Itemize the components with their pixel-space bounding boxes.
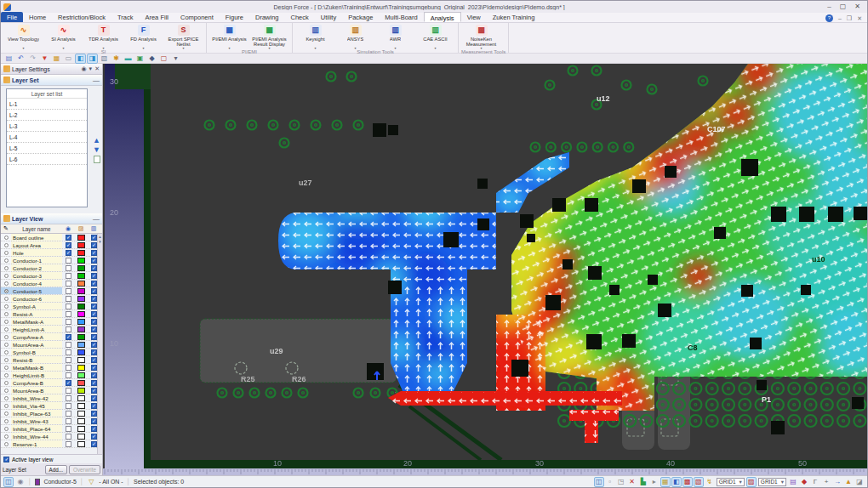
layer-row-board-outline[interactable]: Board outline: [1, 234, 102, 241]
layer-row-conductor-2[interactable]: Conductor-2: [1, 264, 102, 272]
layer-row-comparea-a[interactable]: CompArea-A: [1, 333, 102, 341]
zoom-window-icon[interactable]: ◧: [76, 54, 85, 63]
layer-name[interactable]: Inhibit_Wire-44: [11, 433, 62, 440]
layer-view-header[interactable]: Layer View —: [1, 213, 102, 224]
view-mode-icon[interactable]: ◫: [595, 478, 603, 486]
layer-name[interactable]: MountArea-B: [11, 387, 62, 394]
panel-close-icon[interactable]: ✕: [94, 65, 100, 72]
pi-emi-result-button[interactable]: ▦PI/EMI Analysis Result Display▾: [249, 24, 289, 49]
layer-row-inhibit-place-64[interactable]: Inhibit_Place-64: [1, 425, 102, 433]
layer-row-heightlimit-b[interactable]: HeightLimit-B: [1, 372, 102, 379]
layer-row-conductor-3[interactable]: Conductor-3: [1, 272, 102, 280]
layer-row-symbol-b[interactable]: Symbol-B: [1, 349, 102, 356]
component-icon[interactable]: ▙: [639, 478, 648, 486]
delete-icon[interactable]: ✕: [628, 478, 637, 486]
layer-name[interactable]: Symbol-B: [11, 349, 62, 355]
layer-row-inhibit-wire-44[interactable]: Inhibit_Wire-44: [1, 433, 102, 440]
clip-icon[interactable]: ◪: [855, 478, 864, 486]
pair-view-icon[interactable]: ◧: [672, 478, 681, 486]
layer-name[interactable]: MetalMask-A: [11, 318, 62, 325]
layer-name[interactable]: Conductor-3: [11, 272, 62, 279]
pi-emi-analysis-button[interactable]: ▦PI/EMI Analysis▾: [209, 24, 249, 49]
layer-set-item[interactable]: L-1: [7, 99, 87, 110]
layer-row-symbol-a[interactable]: Symbol-A: [1, 303, 102, 310]
panel-help-icon[interactable]: ◉: [82, 65, 87, 72]
select-mode-icon[interactable]: ▧: [100, 54, 109, 63]
undo-icon[interactable]: ↶: [16, 54, 26, 63]
layer-name[interactable]: Board outline: [11, 234, 62, 241]
active-layer-name[interactable]: Conductor-5: [43, 479, 77, 485]
layer-name[interactable]: Symbol-A: [11, 303, 62, 309]
filter-icon[interactable]: ▽: [87, 478, 95, 486]
layer-row-layout-area[interactable]: Layout Area: [1, 241, 102, 249]
layer-row-resist-a[interactable]: Resist-A: [1, 310, 102, 318]
ansys-button[interactable]: ▥ANSYS▾: [335, 24, 375, 49]
net-highlight-icon[interactable]: ▧: [694, 478, 703, 486]
layer-filter-state[interactable]: - All ON -: [99, 479, 123, 485]
view-topology-button[interactable]: ∿View Topology▾: [3, 24, 43, 49]
highlight-icon[interactable]: ▩: [683, 478, 692, 486]
layer-set-item[interactable]: L-2: [7, 110, 87, 121]
layer-row-resist-b[interactable]: Resist-B: [1, 356, 102, 364]
export-spice-netlist-button[interactable]: SExport SPICE Netlist▾: [163, 24, 203, 49]
layer-set-item[interactable]: L-3: [7, 121, 87, 132]
layer-row-heightlimit-a[interactable]: HeightLimit-A: [1, 326, 102, 333]
origin-icon[interactable]: Γ: [811, 478, 819, 486]
tab-file[interactable]: File: [1, 12, 23, 22]
layer-row-inhibit-via-45[interactable]: Inhibit_Via-45: [1, 402, 102, 410]
select-filter-icon[interactable]: ▫: [606, 478, 614, 486]
si-analysis-button[interactable]: ∿SI Analysis▾: [43, 24, 83, 49]
layer-name[interactable]: Resist-B: [11, 356, 62, 363]
tdr-analysis-button[interactable]: TTDR Analysis▾: [83, 24, 123, 49]
panel-pin-icon[interactable]: ▾: [89, 65, 93, 72]
maximize-icon[interactable]: ▢: [840, 3, 847, 11]
layer-row-conductor-5[interactable]: Conductor-5: [1, 287, 102, 295]
tab-zuken-training[interactable]: Zuken Training: [487, 12, 541, 22]
layer-name[interactable]: Resist-A: [11, 310, 62, 317]
layer-row-mountarea-a[interactable]: MountArea-A: [1, 341, 102, 349]
tab-restriction-block[interactable]: Restriction/Block: [52, 12, 111, 22]
noiseken-measurement-button[interactable]: ▩NoiseKen Measurement Results▾: [461, 24, 501, 49]
tab-check[interactable]: Check: [285, 12, 315, 22]
layer-row-comparea-b[interactable]: CompArea-B: [1, 379, 102, 387]
net-check-icon[interactable]: ▢: [159, 54, 168, 63]
tab-component[interactable]: Component: [174, 12, 220, 22]
layers-icon[interactable]: ▤: [789, 478, 797, 486]
board-view-icon[interactable]: ▣: [135, 54, 145, 63]
tab-track[interactable]: Track: [111, 12, 139, 22]
layer-name[interactable]: CompArea-A: [11, 333, 62, 340]
layer-set-item[interactable]: L-4: [7, 132, 87, 143]
tab-utility[interactable]: Utility: [315, 12, 342, 22]
lightning-icon[interactable]: ↯: [705, 478, 714, 486]
frame-icon[interactable]: ▭: [64, 54, 73, 63]
grid1-select[interactable]: GRID1▾: [717, 478, 745, 486]
fd-analysis-button[interactable]: FFD Analysis▾: [123, 24, 163, 49]
doc-minimize-icon[interactable]: –: [838, 15, 842, 21]
tab-analysis[interactable]: Analysis: [424, 12, 461, 22]
layer-name[interactable]: Conductor-1: [11, 257, 62, 264]
angle-display-icon[interactable]: ▨: [747, 478, 756, 486]
doc-close-icon[interactable]: ✕: [857, 15, 862, 22]
layer-set-item[interactable]: L-6: [7, 154, 87, 165]
grid2-select[interactable]: GRID1▾: [758, 478, 786, 486]
status-mic-icon[interactable]: ◉: [16, 478, 25, 486]
layer-row-inhibit-place-63[interactable]: Inhibit_Place-63: [1, 410, 102, 417]
pointer-icon[interactable]: ◆: [147, 54, 157, 63]
tab-figure[interactable]: Figure: [220, 12, 249, 22]
status-window-icon[interactable]: ◫: [4, 478, 13, 486]
layer-row-inhibit-wire-42[interactable]: Inhibit_Wire-42: [1, 394, 102, 402]
layer-name[interactable]: Reserve-1: [11, 440, 62, 447]
layer-set-item[interactable]: L-5: [7, 143, 87, 154]
close-icon[interactable]: ✕: [854, 3, 860, 11]
layer-set-collapse-icon[interactable]: —: [93, 77, 100, 84]
band-display-icon[interactable]: ▬: [123, 54, 133, 63]
layer-name[interactable]: Conductor-6: [11, 295, 62, 302]
tab-multi-board[interactable]: Multi-Board: [379, 12, 423, 22]
layer-row-hole[interactable]: Hole: [1, 249, 102, 257]
redo-icon[interactable]: ↷: [28, 54, 37, 63]
move-down-icon[interactable]: ▼: [93, 146, 100, 153]
layer-row-metalmask-b[interactable]: MetalMask-B: [1, 364, 102, 372]
tab-area-fill[interactable]: Area Fill: [139, 12, 174, 22]
layer-name[interactable]: Layout Area: [11, 241, 62, 248]
overwrite-button[interactable]: Overwrite: [69, 465, 100, 474]
